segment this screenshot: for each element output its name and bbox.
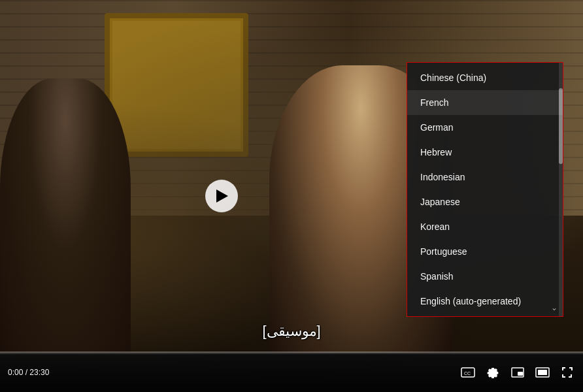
captions-button[interactable]: CC — [460, 365, 476, 380]
scroll-down-icon: ⌄ — [551, 303, 558, 312]
scrollbar-thumb — [559, 88, 563, 164]
lang-item-english-auto[interactable]: English (auto-generated) — [407, 289, 563, 314]
play-button[interactable] — [205, 180, 238, 212]
theater-button[interactable] — [535, 365, 550, 380]
language-dropdown: ⌄ Chinese (China) French German Hebrew I… — [407, 62, 563, 317]
video-player: [موسيقى] 0:00 / 23:30 CC — [0, 0, 583, 392]
lang-item-chinese-china[interactable]: Chinese (China) — [407, 65, 563, 90]
svg-rect-5 — [538, 370, 547, 375]
dropdown-scrollbar[interactable] — [559, 63, 563, 316]
fullscreen-icon — [561, 366, 574, 379]
person-left — [0, 78, 131, 353]
lang-item-hebrew[interactable]: Hebrew — [407, 140, 563, 165]
fullscreen-button[interactable] — [559, 365, 575, 380]
lang-item-korean[interactable]: Korean — [407, 214, 563, 239]
miniplayer-icon — [511, 367, 524, 378]
subtitle-text: [موسيقى] — [262, 323, 320, 340]
lang-item-french[interactable]: French — [407, 90, 563, 115]
svg-rect-3 — [518, 372, 523, 376]
svg-text:CC: CC — [464, 371, 471, 376]
lang-item-german[interactable]: German — [407, 115, 563, 140]
miniplayer-button[interactable] — [510, 365, 525, 380]
settings-button[interactable] — [485, 365, 501, 380]
theater-icon — [535, 367, 550, 378]
gear-icon — [486, 366, 499, 379]
controls-right: CC — [460, 365, 575, 380]
controls-bar: 0:00 / 23:30 CC — [0, 353, 583, 392]
cc-icon: CC — [461, 367, 475, 378]
lang-item-spanish[interactable]: Spanish — [407, 264, 563, 289]
lang-item-portuguese[interactable]: Portuguese — [407, 239, 563, 264]
lang-item-japanese[interactable]: Japanese — [407, 189, 563, 214]
lang-item-indonesian[interactable]: Indonesian — [407, 165, 563, 189]
time-display: 0:00 / 23:30 — [8, 368, 49, 377]
